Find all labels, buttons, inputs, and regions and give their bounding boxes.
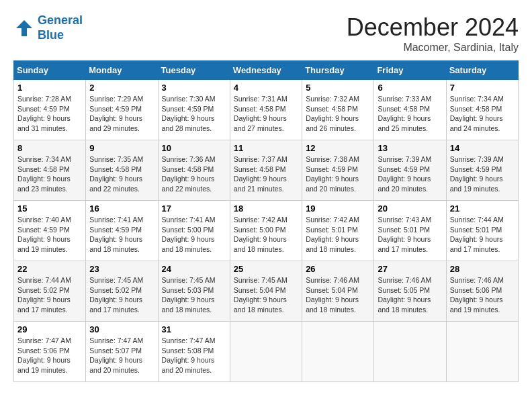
daylight: Daylight: 9 hours and 17 minutes. <box>378 234 442 254</box>
day-number: 5 <box>306 83 370 93</box>
calendar-cell: 27 Sunrise: 7:46 AM Sunset: 5:05 PM Dayl… <box>374 261 446 322</box>
sunrise: Sunrise: 7:44 AM <box>450 215 515 225</box>
sunrise: Sunrise: 7:36 AM <box>162 154 226 165</box>
calendar-cell <box>446 322 518 382</box>
day-number: 30 <box>89 324 154 334</box>
calendar-header-row: SundayMondayTuesdayWednesdayThursdayFrid… <box>14 61 519 80</box>
logo-line2: Blue <box>38 28 64 42</box>
logo-icon <box>13 17 35 39</box>
week-row-3: 15 Sunrise: 7:40 AM Sunset: 4:59 PM Dayl… <box>14 201 519 261</box>
day-number: 18 <box>234 203 298 214</box>
calendar-cell: 13 Sunrise: 7:39 AM Sunset: 4:59 PM Dayl… <box>374 140 446 201</box>
sunset: Sunset: 5:05 PM <box>378 285 442 295</box>
daylight: Daylight: 9 hours and 18 minutes. <box>306 295 370 314</box>
day-number: 2 <box>89 83 154 93</box>
day-number: 7 <box>450 83 515 93</box>
sunset: Sunset: 4:58 PM <box>162 165 226 175</box>
sunset: Sunset: 4:58 PM <box>306 104 370 114</box>
calendar-cell: 19 Sunrise: 7:42 AM Sunset: 5:01 PM Dayl… <box>302 201 374 261</box>
calendar-cell: 25 Sunrise: 7:45 AM Sunset: 5:04 PM Dayl… <box>230 261 302 322</box>
calendar-cell: 7 Sunrise: 7:34 AM Sunset: 4:58 PM Dayli… <box>446 80 518 140</box>
header-friday: Friday <box>374 61 446 80</box>
day-number: 17 <box>162 203 226 214</box>
sunset: Sunset: 4:58 PM <box>234 104 298 114</box>
sunrise: Sunrise: 7:31 AM <box>234 94 298 104</box>
day-info: Sunrise: 7:39 AM Sunset: 4:59 PM Dayligh… <box>450 154 515 194</box>
sunrise: Sunrise: 7:45 AM <box>89 275 154 285</box>
calendar-cell: 14 Sunrise: 7:39 AM Sunset: 4:59 PM Dayl… <box>446 140 518 201</box>
sunset: Sunset: 4:58 PM <box>234 165 298 175</box>
daylight: Daylight: 9 hours and 29 minutes. <box>89 113 154 133</box>
sunrise: Sunrise: 7:34 AM <box>450 94 515 104</box>
daylight: Daylight: 9 hours and 28 minutes. <box>162 113 226 133</box>
calendar-cell: 4 Sunrise: 7:31 AM Sunset: 4:58 PM Dayli… <box>230 80 302 140</box>
daylight: Daylight: 9 hours and 18 minutes. <box>378 295 442 314</box>
sunset: Sunset: 5:01 PM <box>450 225 515 235</box>
calendar-cell: 15 Sunrise: 7:40 AM Sunset: 4:59 PM Dayl… <box>14 201 86 261</box>
calendar-cell: 23 Sunrise: 7:45 AM Sunset: 5:02 PM Dayl… <box>86 261 158 322</box>
sunrise: Sunrise: 7:45 AM <box>234 275 298 285</box>
calendar-cell: 17 Sunrise: 7:41 AM Sunset: 5:00 PM Dayl… <box>158 201 230 261</box>
daylight: Daylight: 9 hours and 17 minutes. <box>89 295 154 314</box>
day-info: Sunrise: 7:32 AM Sunset: 4:58 PM Dayligh… <box>306 94 370 134</box>
sunrise: Sunrise: 7:47 AM <box>17 336 82 346</box>
daylight: Daylight: 9 hours and 19 minutes. <box>17 355 82 375</box>
day-info: Sunrise: 7:46 AM Sunset: 5:04 PM Dayligh… <box>306 275 370 315</box>
sunset: Sunset: 5:04 PM <box>234 285 298 295</box>
sunrise: Sunrise: 7:46 AM <box>450 275 515 285</box>
week-row-1: 1 Sunrise: 7:28 AM Sunset: 4:59 PM Dayli… <box>14 80 519 140</box>
day-info: Sunrise: 7:30 AM Sunset: 4:59 PM Dayligh… <box>162 94 226 134</box>
calendar-cell: 5 Sunrise: 7:32 AM Sunset: 4:58 PM Dayli… <box>302 80 374 140</box>
day-number: 31 <box>162 324 226 334</box>
sunrise: Sunrise: 7:43 AM <box>378 215 442 225</box>
day-number: 10 <box>162 143 226 153</box>
sunrise: Sunrise: 7:41 AM <box>89 215 154 225</box>
daylight: Daylight: 9 hours and 20 minutes. <box>162 355 226 375</box>
day-number: 8 <box>17 143 82 153</box>
calendar-cell: 11 Sunrise: 7:37 AM Sunset: 4:58 PM Dayl… <box>230 140 302 201</box>
day-number: 28 <box>450 264 515 274</box>
calendar-cell: 28 Sunrise: 7:46 AM Sunset: 5:06 PM Dayl… <box>446 261 518 322</box>
sunset: Sunset: 5:00 PM <box>162 225 226 235</box>
sunrise: Sunrise: 7:46 AM <box>378 275 442 285</box>
calendar: SundayMondayTuesdayWednesdayThursdayFrid… <box>13 60 519 382</box>
day-info: Sunrise: 7:45 AM Sunset: 5:04 PM Dayligh… <box>234 275 298 315</box>
sunset: Sunset: 4:59 PM <box>378 165 442 175</box>
calendar-cell: 21 Sunrise: 7:44 AM Sunset: 5:01 PM Dayl… <box>446 201 518 261</box>
day-info: Sunrise: 7:42 AM Sunset: 5:00 PM Dayligh… <box>234 215 298 255</box>
day-number: 24 <box>162 264 226 274</box>
calendar-cell: 10 Sunrise: 7:36 AM Sunset: 4:58 PM Dayl… <box>158 140 230 201</box>
daylight: Daylight: 9 hours and 18 minutes. <box>234 295 298 314</box>
calendar-cell: 26 Sunrise: 7:46 AM Sunset: 5:04 PM Dayl… <box>302 261 374 322</box>
day-info: Sunrise: 7:35 AM Sunset: 4:58 PM Dayligh… <box>89 154 154 194</box>
day-number: 26 <box>306 264 370 274</box>
sunrise: Sunrise: 7:28 AM <box>17 94 82 104</box>
header-sunday: Sunday <box>14 61 86 80</box>
day-info: Sunrise: 7:38 AM Sunset: 4:59 PM Dayligh… <box>306 154 370 194</box>
daylight: Daylight: 9 hours and 19 minutes. <box>450 174 515 193</box>
daylight: Daylight: 9 hours and 26 minutes. <box>306 113 370 133</box>
calendar-cell: 29 Sunrise: 7:47 AM Sunset: 5:06 PM Dayl… <box>14 322 86 382</box>
day-number: 29 <box>17 324 82 334</box>
sunrise: Sunrise: 7:38 AM <box>306 154 370 165</box>
daylight: Daylight: 9 hours and 24 minutes. <box>450 113 515 133</box>
day-info: Sunrise: 7:41 AM Sunset: 4:59 PM Dayligh… <box>89 215 154 255</box>
daylight: Daylight: 9 hours and 21 minutes. <box>234 174 298 193</box>
calendar-cell <box>302 322 374 382</box>
calendar-cell: 2 Sunrise: 7:29 AM Sunset: 4:59 PM Dayli… <box>86 80 158 140</box>
daylight: Daylight: 9 hours and 19 minutes. <box>17 234 82 254</box>
sunset: Sunset: 5:04 PM <box>306 285 370 295</box>
week-row-4: 22 Sunrise: 7:44 AM Sunset: 5:02 PM Dayl… <box>14 261 519 322</box>
day-number: 27 <box>378 264 442 274</box>
header-wednesday: Wednesday <box>230 61 302 80</box>
sunset: Sunset: 5:00 PM <box>234 225 298 235</box>
week-row-2: 8 Sunrise: 7:34 AM Sunset: 4:58 PM Dayli… <box>14 140 519 201</box>
sunset: Sunset: 4:59 PM <box>17 225 82 235</box>
day-info: Sunrise: 7:33 AM Sunset: 4:58 PM Dayligh… <box>378 94 442 134</box>
calendar-cell: 8 Sunrise: 7:34 AM Sunset: 4:58 PM Dayli… <box>14 140 86 201</box>
day-info: Sunrise: 7:43 AM Sunset: 5:01 PM Dayligh… <box>378 215 442 255</box>
sunset: Sunset: 5:03 PM <box>162 285 226 295</box>
day-info: Sunrise: 7:44 AM Sunset: 5:01 PM Dayligh… <box>450 215 515 255</box>
sunset: Sunset: 4:58 PM <box>378 104 442 114</box>
sunrise: Sunrise: 7:39 AM <box>450 154 515 165</box>
